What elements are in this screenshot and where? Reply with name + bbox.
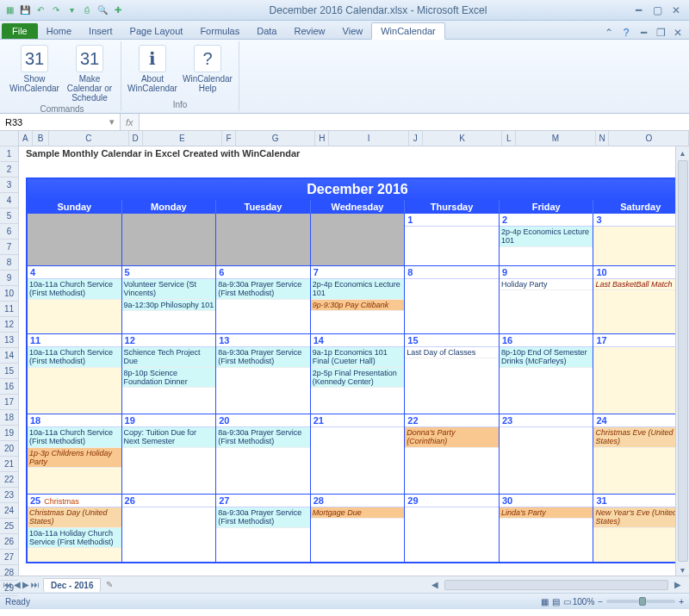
calendar-event[interactable]: 10a-11a Church Service (First Methodist) <box>28 279 121 300</box>
row-header[interactable]: 22 <box>0 472 18 488</box>
preview-icon[interactable]: 🔍 <box>96 4 109 16</box>
row-header[interactable]: 20 <box>0 441 18 457</box>
calendar-cell[interactable]: 3 <box>593 214 687 265</box>
calendar-cell[interactable]: 19Copy: Tuition Due for Next Semester <box>122 414 217 494</box>
calendar-event[interactable]: Last BasketBall Match <box>593 279 687 290</box>
name-box[interactable]: R33 ▾ <box>0 114 121 130</box>
calendar-cell[interactable] <box>311 214 406 265</box>
column-header[interactable]: G <box>236 131 316 146</box>
calendar-event[interactable]: 10a-11a Church Service (First Methodist) <box>28 347 121 368</box>
calendar-cell[interactable] <box>216 214 311 265</box>
calendar-event[interactable]: 10a-11a Church Service (First Methodist) <box>28 427 121 448</box>
row-header[interactable]: 2 <box>0 162 18 177</box>
calendar-cell[interactable]: 1 <box>405 214 500 265</box>
ribbon-tab-page-layout[interactable]: Page Layout <box>121 23 192 39</box>
row-header[interactable]: 16 <box>0 379 18 395</box>
ribbon-tab-review[interactable]: Review <box>285 23 333 39</box>
calendar-cell[interactable]: 31New Year's Eve (United States) <box>593 495 687 562</box>
row-header[interactable]: 8 <box>0 255 18 271</box>
row-header[interactable]: 17 <box>0 395 18 410</box>
row-header[interactable]: 18 <box>0 410 18 426</box>
zoom-in-icon[interactable]: + <box>679 597 684 607</box>
ribbon-button-wincalendar-help[interactable]: ?WinCalendar Help <box>182 43 233 100</box>
column-header[interactable]: I <box>329 131 409 146</box>
row-header[interactable]: 25 <box>0 519 18 534</box>
row-header[interactable]: 27 <box>0 550 18 565</box>
horizontal-scrollbar[interactable]: ◀ ▶ <box>118 579 689 591</box>
row-header[interactable]: 19 <box>0 426 18 441</box>
calendar-event[interactable]: 2p-5p Final Presentation (Kennedy Center… <box>311 368 405 389</box>
row-header[interactable]: 11 <box>0 302 18 317</box>
calendar-event[interactable]: 8p-10p Science Foundation Dinner <box>122 368 216 389</box>
column-header[interactable]: J <box>409 131 423 146</box>
calendar-cell[interactable]: 26 <box>122 495 217 562</box>
calendar-cell[interactable] <box>122 214 217 265</box>
scroll-up-icon[interactable]: ▴ <box>677 146 689 159</box>
calendar-cell[interactable]: 208a-9:30a Prayer Service (First Methodi… <box>216 414 311 494</box>
qat-dropdown-icon[interactable]: ▾ <box>65 4 78 16</box>
help-icon[interactable]: ? <box>620 27 632 39</box>
row-header[interactable]: 21 <box>0 457 18 472</box>
close-button[interactable]: ✕ <box>670 4 682 16</box>
calendar-cell[interactable]: 5Volunteer Service (St Vincents)9a-12:30… <box>122 266 217 333</box>
calendar-event[interactable]: 8a-9:30a Prayer Service (First Methodist… <box>216 347 310 368</box>
scroll-track[interactable] <box>678 160 688 562</box>
row-header[interactable]: 28 <box>0 565 18 581</box>
column-header[interactable]: C <box>49 131 129 146</box>
zoom-slider[interactable] <box>606 600 675 603</box>
calendar-event[interactable]: Last Day of Classes <box>405 347 499 358</box>
calendar-cell[interactable]: 410a-11a Church Service (First Methodist… <box>28 266 122 333</box>
calendar-cell[interactable]: 25ChristmasChristmas Day (United States)… <box>28 495 122 562</box>
row-header[interactable]: 5 <box>0 208 18 224</box>
tab-nav-next-icon[interactable]: ▶ <box>22 580 29 589</box>
column-header[interactable]: D <box>129 131 143 146</box>
maximize-button[interactable]: ▢ <box>651 4 663 16</box>
hscroll-track[interactable] <box>444 580 668 590</box>
minimize-button[interactable]: ━ <box>632 4 644 16</box>
calendar-cell[interactable]: 149a-1p Economics 101 Final (Cueter Hall… <box>311 334 406 414</box>
calendar-event[interactable]: Holiday Party <box>500 279 593 290</box>
row-header[interactable]: 15 <box>0 364 18 379</box>
column-header[interactable]: H <box>315 131 329 146</box>
calendar-cell[interactable]: 17 <box>593 334 687 414</box>
column-header[interactable]: B <box>33 131 49 146</box>
calendar-event[interactable]: Schience Tech Project Due <box>122 347 216 368</box>
calendar-cell[interactable]: 138a-9:30a Prayer Service (First Methodi… <box>216 334 311 414</box>
redo-icon[interactable]: ↷ <box>50 4 62 16</box>
column-header[interactable]: E <box>143 131 223 146</box>
column-header[interactable]: O <box>609 131 689 146</box>
ribbon-tab-data[interactable]: Data <box>248 23 285 39</box>
calendar-event[interactable]: Linda's Party <box>500 507 593 519</box>
tab-nav-first-icon[interactable]: ⏮ <box>3 580 12 589</box>
tab-nav-last-icon[interactable]: ⏭ <box>31 580 40 589</box>
workbook-minimize-icon[interactable]: ━ <box>637 27 649 39</box>
row-header[interactable]: 1 <box>0 146 18 162</box>
calendar-cell[interactable]: 8 <box>405 266 500 333</box>
ribbon-tab-home[interactable]: Home <box>38 23 80 39</box>
new-icon[interactable]: ✚ <box>112 4 124 16</box>
calendar-event[interactable]: 8a-9:30a Prayer Service (First Methodist… <box>216 279 310 300</box>
view-break-icon[interactable]: ▭ <box>562 597 573 607</box>
ribbon-tab-insert[interactable]: Insert <box>80 23 121 39</box>
calendar-event[interactable]: Copy: Tuition Due for Next Semester <box>122 427 216 448</box>
ribbon-tab-formulas[interactable]: Formulas <box>191 23 248 39</box>
calendar-cell[interactable]: 12Schience Tech Project Due8p-10p Scienc… <box>122 334 217 414</box>
calendar-event[interactable]: 9a-1p Economics 101 Final (Cueter Hall) <box>311 347 405 368</box>
calendar-event[interactable]: 10a-11a Holiday Church Service (First Me… <box>28 528 121 549</box>
grid[interactable]: ABCDEFGHIJKLMNO Sample Monthly Calendar … <box>19 131 689 576</box>
row-header[interactable]: 23 <box>0 488 18 503</box>
calendar-event[interactable]: Mortgage Due <box>311 507 405 519</box>
row-header[interactable]: 12 <box>0 317 18 333</box>
calendar-event[interactable]: 8a-9:30a Prayer Service (First Methodist… <box>216 427 310 448</box>
tab-nav-prev-icon[interactable]: ◀ <box>14 580 21 589</box>
calendar-cell[interactable]: 22p-4p Economics Lecture 101 <box>500 214 594 265</box>
namebox-dropdown-icon[interactable]: ▾ <box>109 116 115 128</box>
calendar-cell[interactable]: 24Christmas Eve (United States) <box>593 414 687 494</box>
ribbon-button-make-calendar-or-schedule[interactable]: 31Make Calendar or Schedule <box>64 43 115 104</box>
row-header[interactable]: 26 <box>0 534 18 550</box>
calendar-cell[interactable]: 21 <box>311 414 406 494</box>
calendar-cell[interactable]: 29 <box>405 495 500 562</box>
calendar-event[interactable]: 9p-9:30p Pay Citibank <box>311 300 405 311</box>
save-icon[interactable]: 💾 <box>19 4 31 16</box>
undo-icon[interactable]: ↶ <box>34 4 47 16</box>
